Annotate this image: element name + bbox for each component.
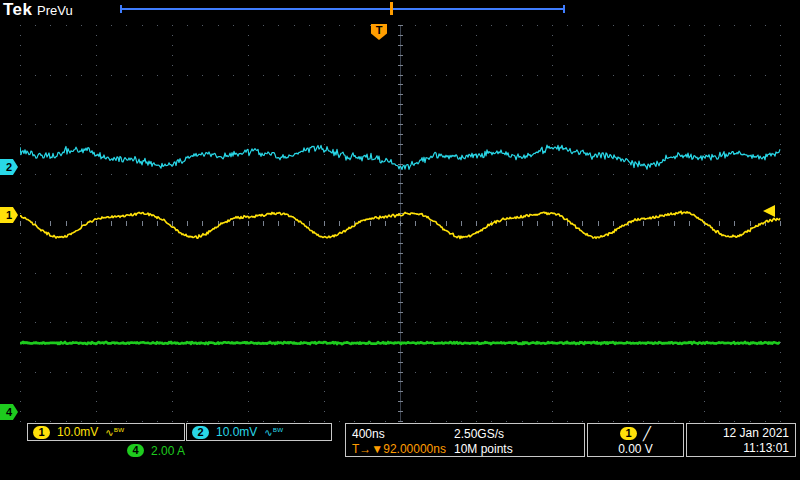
timebase-scale: 400ns	[352, 427, 454, 441]
trigger-position-value: 92.00000ns	[383, 442, 446, 456]
ch1-scale: 10.0mV	[57, 425, 98, 439]
acquisition-status: PreVu	[37, 3, 73, 18]
tek-logo: Tek	[3, 0, 33, 20]
horizontal-row-2: T→▼92.00000ns 10M points	[352, 441, 584, 456]
ch1-ground-marker: 1	[0, 207, 18, 223]
trigger-readout: 1 ╱ 0.00 V	[587, 423, 684, 457]
ch2-coupling-bandwidth-icons: ∿ᴮᵂ	[264, 427, 283, 438]
trigger-position-icon: T→▼	[352, 442, 383, 456]
waveform-display	[20, 25, 781, 422]
record-view-left-bracket	[120, 5, 122, 13]
trigger-source-badge: 1	[620, 427, 637, 440]
record-view-bar	[120, 2, 565, 15]
trigger-position-readout: T→▼92.00000ns	[352, 442, 454, 456]
ch1-readout: 1 10.0mV ∿ᴮᵂ	[27, 423, 185, 441]
datetime-readout: 12 Jan 2021 11:13:01	[686, 423, 796, 457]
record-length: 10M points	[454, 442, 513, 456]
ch2-ground-marker: 2	[0, 159, 18, 175]
record-view-right-bracket	[563, 5, 565, 13]
date-text: 12 Jan 2021	[687, 426, 789, 441]
ch4-readout: 4 2.00 A	[27, 443, 332, 458]
ch4-scale: 2.00 A	[151, 444, 185, 458]
ch4-ground-marker: 4	[0, 404, 18, 420]
ch2-badge: 2	[192, 426, 209, 439]
horizontal-row-1: 400ns 2.50GS/s	[352, 426, 584, 441]
trigger-slope-icon: ╱	[643, 427, 651, 440]
oscilloscope-screen: Tek PreVu T 2 1 4 1 10.0mV ∿ᴮᵂ 2 10.0mV …	[0, 0, 800, 480]
record-view-line	[120, 8, 565, 10]
time-text: 11:13:01	[687, 441, 789, 456]
record-view-trigger-marker	[390, 2, 393, 15]
trigger-source-row: 1 ╱	[588, 426, 683, 441]
ch2-scale: 10.0mV	[216, 425, 257, 439]
ch2-readout-row: 2 10.0mV ∿ᴮᵂ	[187, 424, 331, 440]
trigger-level: 0.00 V	[588, 441, 683, 456]
ch1-coupling-bandwidth-icons: ∿ᴮᵂ	[105, 427, 124, 438]
sample-rate: 2.50GS/s	[454, 427, 504, 441]
ch1-badge: 1	[33, 426, 50, 439]
trigger-level-arrow-icon	[763, 205, 775, 217]
ch2-readout: 2 10.0mV ∿ᴮᵂ	[186, 423, 332, 441]
readout-bar: 1 10.0mV ∿ᴮᵂ 2 10.0mV ∿ᴮᵂ 4 2.00 A 400ns…	[0, 422, 800, 459]
ch4-badge: 4	[127, 444, 144, 457]
ch1-readout-row: 1 10.0mV ∿ᴮᵂ	[28, 424, 184, 440]
horizontal-readout: 400ns 2.50GS/s T→▼92.00000ns 10M points	[345, 423, 585, 457]
